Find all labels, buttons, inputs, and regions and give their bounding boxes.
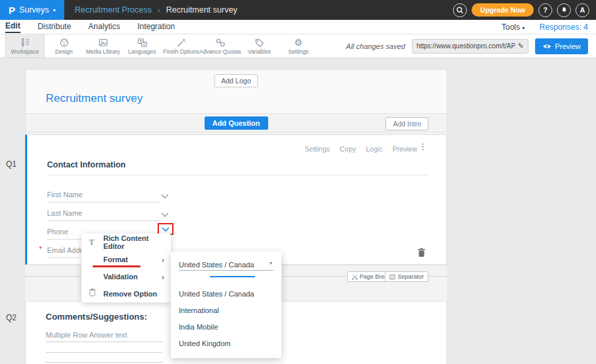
search-button[interactable] [453, 3, 467, 17]
tab-distribute[interactable]: Distribute [38, 22, 72, 32]
field-last-name[interactable]: Last Name [47, 206, 161, 221]
question-number-q2: Q2 [6, 313, 17, 322]
answer-line[interactable] [46, 352, 162, 353]
select-caret-icon: ▾ [270, 260, 272, 266]
format-option-united-kingdom[interactable]: United Kingdom [171, 335, 281, 351]
bell-icon [560, 6, 568, 14]
question-title-divider [47, 175, 428, 175]
menu-item-remove-option[interactable]: Remove Option [81, 285, 171, 302]
add-intro-button[interactable]: Add Intro [385, 117, 428, 130]
tab-integration[interactable]: Integration [137, 22, 175, 32]
top-navbar: P Surveys ▾ Recruitment Process › Recrui… [0, 0, 596, 20]
submenu-chevron-icon: › [162, 273, 164, 281]
account-avatar[interactable]: A [575, 3, 589, 17]
question-logic-link[interactable]: Logic [366, 145, 383, 153]
field-options-chevron[interactable] [161, 208, 169, 220]
eye-icon [542, 43, 552, 50]
add-question-button[interactable]: Add Question [204, 116, 268, 130]
toolbar-item-settings[interactable]: ⚙ Settings [279, 34, 318, 58]
format-selected-value: United States / Canada [179, 261, 254, 269]
preview-label: Preview [555, 42, 581, 50]
delete-question-button[interactable] [417, 248, 426, 260]
question-number-q1: Q1 [6, 159, 17, 169]
format-option-us-canada[interactable]: United States / Canada [171, 285, 281, 302]
field-options-chevron[interactable] [161, 190, 169, 202]
question-settings-link[interactable]: Settings [305, 145, 330, 153]
edit-url-pencil-icon[interactable]: ✎ [518, 42, 524, 50]
question-title-q1[interactable]: Contact Information [47, 160, 126, 169]
survey-header-card: Add Logo Recruitment survey [25, 69, 447, 114]
format-select[interactable]: United States / Canada ▾ [179, 258, 273, 271]
required-asterisk: * [39, 245, 42, 253]
upgrade-now-button[interactable]: Upgrade Now [472, 3, 534, 17]
tag-icon [254, 38, 265, 48]
question-copy-link[interactable]: Copy [340, 145, 356, 153]
toolbar-item-label: Media Library [86, 48, 121, 55]
image-icon [98, 38, 109, 48]
toolbar-item-label: Workspace [11, 48, 38, 55]
breadcrumb-parent[interactable]: Recruitment Process [75, 5, 152, 15]
menu-item-label: Rich Content Editor [103, 234, 171, 250]
toolbar-item-finish-options[interactable]: Finish Options [162, 34, 201, 58]
toolbar-item-label: Finish Options [163, 48, 199, 55]
toolbar-item-variables[interactable]: Variables [240, 34, 279, 58]
question-actions: Settings Copy Logic Preview [305, 145, 417, 153]
subnav-right: Tools ▾ Responses: 4 [501, 23, 588, 32]
separator-label: Separator [397, 273, 424, 280]
menu-item-validation[interactable]: Validation › [81, 268, 171, 285]
format-option-india-mobile[interactable]: India Mobile [171, 318, 281, 335]
kebab-menu-icon[interactable]: ⋮ [419, 142, 427, 151]
accent-underline [210, 276, 255, 277]
topbar-actions: Upgrade Now ? A [453, 3, 596, 17]
gear-icon: ⚙ [294, 38, 303, 48]
preview-button[interactable]: Preview [535, 38, 588, 54]
field-first-name[interactable]: First Name [47, 188, 161, 203]
tab-analytics[interactable]: Analytics [88, 22, 120, 32]
toolbar-item-media-library[interactable]: Media Library [83, 34, 123, 58]
svg-text:A: A [142, 42, 145, 46]
responses-count-link[interactable]: Responses: 4 [540, 23, 588, 32]
annotation-underline [93, 265, 140, 267]
add-logo-button[interactable]: Add Logo [214, 74, 258, 87]
chevron-down-icon: ▾ [53, 7, 56, 13]
answer-line[interactable] [46, 362, 162, 363]
toolbar-item-advance-quotas[interactable]: Advance Quotas [201, 34, 240, 58]
scissors-icon [352, 274, 358, 280]
option-context-menu: T Rich Content Editor Format › Validatio… [81, 234, 171, 302]
survey-canvas: Q1 Q2 Add Logo Recruitment survey Add Qu… [0, 58, 596, 364]
chevron-down-icon [162, 227, 170, 232]
toolbar-item-label: Settings [288, 48, 309, 55]
answer-line[interactable] [46, 341, 162, 342]
phone-format-panel: United States / Canada ▾ United States /… [171, 251, 281, 358]
notifications-button[interactable] [557, 3, 571, 17]
tools-menu[interactable]: Tools ▾ [501, 23, 524, 32]
answer-placeholder-text: Multiple Row Answer text [46, 331, 127, 339]
submenu-chevron-icon: › [162, 255, 164, 264]
product-menu-label: Surveys [19, 5, 49, 15]
menu-item-label: Remove Option [103, 290, 157, 298]
menu-item-label: Validation [103, 273, 138, 281]
toolbar-item-design[interactable]: Design [44, 34, 83, 58]
breadcrumb: Recruitment Process › Recruitment survey [75, 5, 237, 15]
quota-links-icon [215, 38, 226, 48]
breadcrumb-current: Recruitment survey [166, 5, 238, 15]
question-title-q2[interactable]: Comments/Suggestions: [46, 312, 147, 322]
toolbar-item-workspace[interactable]: Workspace [5, 34, 44, 58]
tab-edit[interactable]: Edit [5, 21, 21, 33]
survey-tabs-bar: Edit Distribute Analytics Integration To… [0, 20, 596, 34]
toolbar-item-label: Advance Quotas [199, 48, 241, 55]
survey-url-field[interactable]: https://www.questionpro.com/t/APNrFZ ✎ [412, 39, 528, 54]
question-preview-link[interactable]: Preview [393, 145, 417, 153]
separator-button[interactable]: Separator [385, 271, 428, 282]
text-format-icon: T [89, 237, 95, 248]
survey-title[interactable]: Recruitment survey [46, 92, 142, 105]
toolbar-item-languages[interactable]: A Languages [123, 34, 162, 58]
menu-item-rich-content-editor[interactable]: T Rich Content Editor [81, 234, 171, 251]
field-label: Last Name [47, 209, 82, 217]
format-options-list: United States / Canada International Ind… [171, 285, 281, 351]
chevron-down-icon: ▾ [522, 25, 525, 31]
help-button[interactable]: ? [538, 3, 552, 17]
surveys-product-menu[interactable]: P Surveys ▾ [0, 0, 64, 20]
format-option-international[interactable]: International [171, 302, 281, 318]
toolbar-item-label: Languages [128, 48, 156, 55]
